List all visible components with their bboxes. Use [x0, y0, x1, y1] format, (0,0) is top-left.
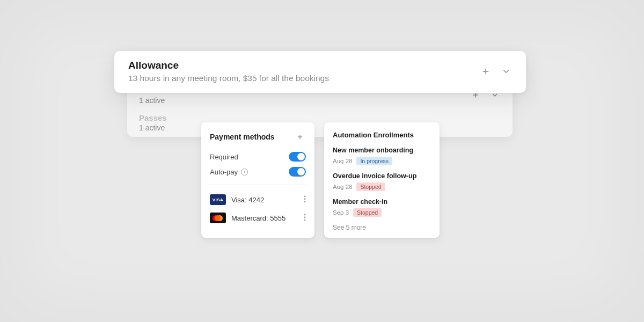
- svg-point-6: [304, 195, 306, 197]
- status-badge: In progress: [356, 157, 392, 165]
- svg-point-10: [304, 216, 306, 218]
- svg-point-11: [304, 219, 306, 221]
- divider: [209, 185, 307, 185]
- info-icon[interactable]: i: [241, 169, 248, 175]
- autopay-toggle[interactable]: [289, 167, 306, 177]
- status-badge: Stopped: [353, 208, 382, 217]
- automation-heading: Automation Enrollments: [333, 131, 431, 139]
- payment-method-menu-button[interactable]: [304, 195, 306, 204]
- visa-logo-icon: VISA: [210, 194, 226, 205]
- automation-item-date: Sep 3: [333, 209, 349, 216]
- payment-method-name: Mastercard: 5555: [231, 214, 298, 222]
- payment-methods-heading: Payment methods: [210, 133, 275, 141]
- detail-cards-row: Payment methods Required Auto-pay i VISA…: [201, 122, 440, 238]
- allowance-add-button[interactable]: [480, 65, 492, 77]
- payment-methods-card: Payment methods Required Auto-pay i VISA…: [201, 122, 314, 238]
- kebab-icon: [304, 214, 306, 221]
- plus-icon: [481, 67, 491, 76]
- plans-subtitle: 1 active: [139, 96, 165, 105]
- status-badge: Stopped: [356, 182, 385, 191]
- svg-point-8: [304, 201, 306, 202]
- payment-method-menu-button[interactable]: [304, 214, 306, 223]
- payment-method-row: VISA Visa: 4242: [210, 191, 306, 209]
- required-label: Required: [210, 153, 238, 161]
- chevron-down-icon: [501, 67, 511, 76]
- automation-item-name: New member onboarding: [333, 147, 431, 154]
- passes-subtitle: 1 active: [139, 123, 165, 132]
- passes-title: Passes: [127, 109, 513, 122]
- kebab-icon: [304, 195, 306, 203]
- allowance-title: Allowance: [128, 60, 329, 71]
- automation-item[interactable]: Overdue invoice follow-up Aug 28 Stopped: [333, 172, 431, 191]
- see-more-link[interactable]: See 5 more: [333, 224, 431, 231]
- automation-item[interactable]: Member check-in Sep 3 Stopped: [333, 198, 431, 217]
- mastercard-logo-icon: [210, 213, 226, 223]
- plus-icon: [296, 133, 304, 141]
- add-payment-method-button[interactable]: [294, 131, 306, 143]
- svg-point-7: [304, 198, 306, 200]
- autopay-setting-row: Auto-pay i: [210, 164, 306, 179]
- automation-item-date: Aug 28: [333, 184, 352, 190]
- automation-item[interactable]: New member onboarding Aug 28 In progress: [333, 147, 431, 165]
- required-setting-row: Required: [210, 149, 306, 164]
- required-toggle[interactable]: [289, 152, 306, 162]
- allowance-subtitle: 13 hours in any meeting room, $35 for al…: [128, 74, 329, 83]
- toggle-knob: [297, 153, 305, 160]
- payment-method-name: Visa: 4242: [231, 196, 298, 204]
- autopay-label: Auto-pay: [210, 168, 238, 176]
- allowance-expand-button[interactable]: [500, 65, 512, 77]
- svg-point-9: [304, 214, 306, 215]
- automation-item-name: Overdue invoice follow-up: [333, 172, 431, 180]
- payment-method-row: Mastercard: 5555: [210, 209, 306, 227]
- automation-item-date: Aug 28: [333, 158, 352, 164]
- allowance-card: Allowance 13 hours in any meeting room, …: [114, 51, 526, 93]
- toggle-knob: [297, 168, 305, 175]
- automation-item-name: Member check-in: [333, 198, 431, 206]
- automation-enrollments-card: Automation Enrollments New member onboar…: [324, 122, 440, 238]
